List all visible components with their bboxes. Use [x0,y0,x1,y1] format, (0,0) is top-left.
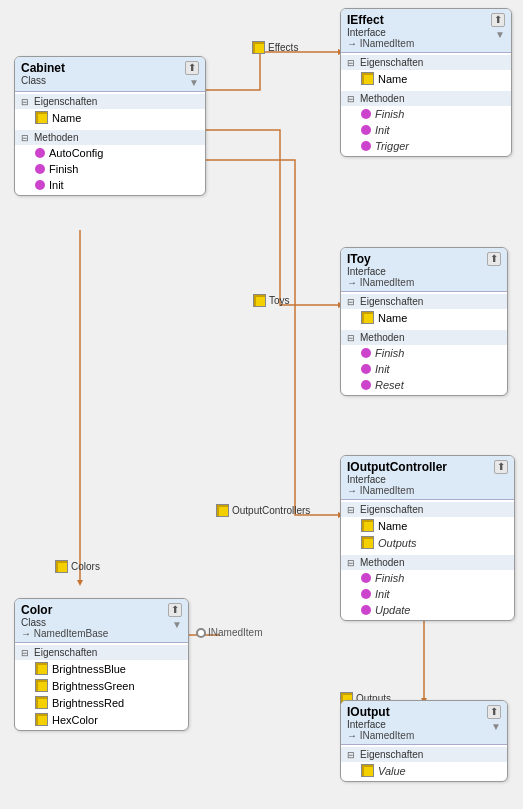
method-icon [361,589,371,599]
color-prop-brightnessgreen: BrightnessGreen [15,677,188,694]
prop-icon [361,536,374,549]
method-icon [361,109,371,119]
method-icon [361,364,371,374]
ieffect-parent: → INamedItem [347,38,414,49]
ieffect-method-init: Init [341,122,511,138]
itoy-methoden-section: ⊟ Methoden Finish Init Reset [341,328,507,395]
ioutputcontroller-type: Interface [347,474,447,485]
ieffect-methoden-section: ⊟ Methoden Finish Init Trigger [341,89,511,156]
toys-label: Toys [253,294,290,307]
ieffect-header: IEffect Interface → INamedItem ⬆ ▼ [341,9,511,53]
ioutputcontroller-eigenschaften-section: ⊟ Eigenschaften Name Outputs [341,500,514,553]
ioutput-collapse[interactable]: ⬆ [487,705,501,719]
cabinet-collapse[interactable]: ⬆ [185,61,199,75]
colors-label: Colors [55,560,100,573]
outputcontrollers-label: OutputControllers [216,504,310,517]
cabinet-prop-name: Name [15,109,205,126]
ioutputcontroller-prop-name: Name [341,517,514,534]
itoy-parent: → INamedItem [347,277,414,288]
itoy-method-finish: Finish [341,345,507,361]
itoy-collapse[interactable]: ⬆ [487,252,501,266]
cabinet-filter[interactable]: ▼ [189,77,199,88]
method-icon [35,180,45,190]
cabinet-method-init: Init [15,177,205,193]
color-header: Color Class → NamedItemBase ⬆ ▼ [15,599,188,643]
itoy-title: IToy [347,252,414,266]
itoy-class: IToy Interface → INamedItem ⬆ ⊟ Eigensch… [340,247,508,396]
cabinet-method-autoconfig: AutoConfig [15,145,205,161]
cabinet-header: Cabinet Class ⬆ ▼ [15,57,205,92]
itoy-method-init: Init [341,361,507,377]
color-type: Class [21,617,108,628]
ieffect-method-finish: Finish [341,106,511,122]
ieffect-eigenschaften-section: ⊟ Eigenschaften Name [341,53,511,89]
prop-icon [35,662,48,675]
ieffect-class: IEffect Interface → INamedItem ⬆ ▼ ⊟ Eig… [340,8,512,157]
ioutput-type: Interface [347,719,414,730]
color-eigenschaften-section: ⊟ Eigenschaften BrightnessBlue Brightnes… [15,643,188,730]
ieffect-title: IEffect [347,13,414,27]
itoy-method-reset: Reset [341,377,507,393]
inamed-label: INamedItem [196,627,262,638]
ioutputcontroller-header: IOutputController Interface → INamedItem… [341,456,514,500]
cabinet-method-finish: Finish [15,161,205,177]
svg-marker-3 [77,580,83,586]
color-title: Color [21,603,108,617]
method-icon [361,573,371,583]
prop-icon [361,311,374,324]
method-icon [361,605,371,615]
ieffect-method-trigger: Trigger [341,138,511,154]
cabinet-eigenschaften-section: ⊟ Eigenschaften Name [15,92,205,128]
ioutputcontroller-collapse[interactable]: ⬆ [494,460,508,474]
prop-icon [361,72,374,85]
color-prop-brightnessred: BrightnessRed [15,694,188,711]
ioutput-parent: → INamedItem [347,730,414,741]
method-icon [361,380,371,390]
method-icon [35,148,45,158]
ioutput-prop-value: Value [341,762,507,779]
itoy-type: Interface [347,266,414,277]
prop-icon [35,696,48,709]
color-parent: → NamedItemBase [21,628,108,639]
color-prop-hexcolor: HexColor [15,711,188,728]
ioutput-title: IOutput [347,705,414,719]
method-icon [35,164,45,174]
color-class: Color Class → NamedItemBase ⬆ ▼ ⊟ Eigens… [14,598,189,731]
ieffect-prop-name: Name [341,70,511,87]
prop-icon [361,764,374,777]
effects-label: Effects [252,41,298,54]
itoy-prop-name: Name [341,309,507,326]
ioutputcontroller-methoden-section: ⊟ Methoden Finish Init Update [341,553,514,620]
ioutputcontroller-method-init: Init [341,586,514,602]
prop-icon [35,713,48,726]
method-icon [361,141,371,151]
method-icon [361,348,371,358]
color-filter[interactable]: ▼ [172,619,182,630]
ieffect-collapse[interactable]: ⬆ [491,13,505,27]
ioutputcontroller-method-finish: Finish [341,570,514,586]
itoy-header: IToy Interface → INamedItem ⬆ [341,248,507,292]
method-icon [361,125,371,135]
ieffect-type: Interface [347,27,414,38]
prop-icon [361,519,374,532]
ioutputcontroller-class: IOutputController Interface → INamedItem… [340,455,515,621]
color-prop-brightnessblue: BrightnessBlue [15,660,188,677]
cabinet-title: Cabinet [21,61,65,75]
ioutput-eigenschaften-section: ⊟ Eigenschaften Value [341,745,507,781]
ioutputcontroller-title: IOutputController [347,460,447,474]
ioutput-filter[interactable]: ▼ [491,721,501,732]
color-collapse[interactable]: ⬆ [168,603,182,617]
ioutput-header: IOutput Interface → INamedItem ⬆ ▼ [341,701,507,745]
prop-icon [35,111,48,124]
cabinet-class: Cabinet Class ⬆ ▼ ⊟ Eigenschaften Name ⊟… [14,56,206,196]
ieffect-filter[interactable]: ▼ [495,29,505,40]
prop-icon [35,679,48,692]
ioutput-class: IOutput Interface → INamedItem ⬆ ▼ ⊟ Eig… [340,700,508,782]
ioutputcontroller-parent: → INamedItem [347,485,447,496]
cabinet-type: Class [21,75,65,86]
cabinet-methoden-section: ⊟ Methoden AutoConfig Finish Init [15,128,205,195]
ioutputcontroller-method-update: Update [341,602,514,618]
itoy-eigenschaften-section: ⊟ Eigenschaften Name [341,292,507,328]
ioutputcontroller-prop-outputs: Outputs [341,534,514,551]
